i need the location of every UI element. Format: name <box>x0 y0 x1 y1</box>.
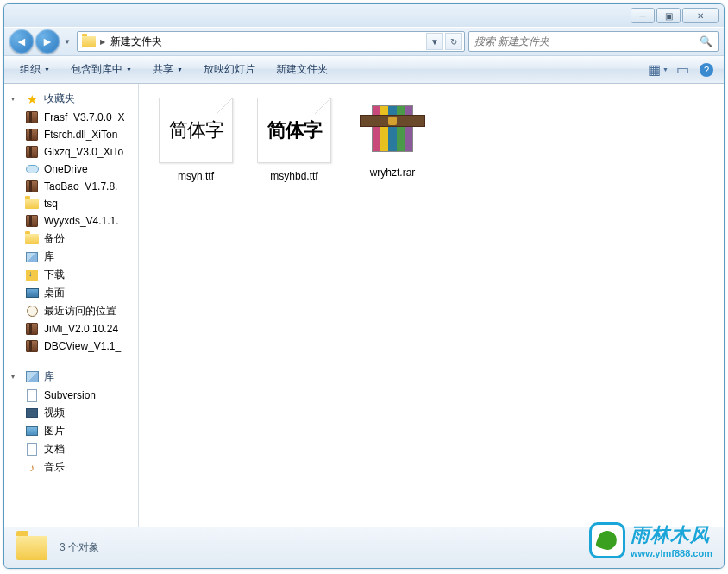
sidebar-item-label: Ftsrch.dll_XiTon <box>44 129 117 141</box>
sidebar-item[interactable]: JiMi_V2.0.10.24 <box>4 320 138 337</box>
sidebar-item[interactable]: TaoBao_V1.7.8. <box>4 178 138 195</box>
sidebar-item[interactable]: 备份 <box>4 230 138 248</box>
minimize-button[interactable]: ─ <box>631 8 655 23</box>
close-button[interactable]: ✕ <box>682 8 719 23</box>
sidebar-item[interactable]: 最近访问的位置 <box>4 302 138 320</box>
download-icon <box>25 268 39 282</box>
libraries-label: 库 <box>44 369 54 384</box>
rar-icon <box>25 339 39 353</box>
share-button[interactable]: 共享▼ <box>144 59 191 80</box>
sidebar-item[interactable]: tsq <box>4 195 138 212</box>
sidebar-item[interactable]: Wyyxds_V4.1.1. <box>4 212 138 230</box>
titlebar: ─ ▣ ✕ <box>4 4 724 27</box>
sidebar-item-label: Glxzq_V3.0_XiTo <box>44 146 123 158</box>
sidebar-item[interactable]: 文档 <box>4 440 138 458</box>
organize-label: 组织 <box>20 62 41 77</box>
explorer-window: ─ ▣ ✕ ◄ ► ▼ ▶ 新建文件夹 ▼ ↻ 🔍 组织▼ 包含到库中▼ 共享▼… <box>3 3 725 569</box>
address-dropdown[interactable]: ▼ <box>426 33 443 50</box>
folder-icon <box>81 34 97 49</box>
status-text: 3 个对象 <box>60 540 99 555</box>
file-item[interactable]: 简体字msyh.ttf <box>149 94 242 186</box>
rar-icon <box>25 145 39 159</box>
organize-button[interactable]: 组织▼ <box>11 59 59 80</box>
sidebar-item[interactable]: ♪音乐 <box>4 458 138 476</box>
img-icon <box>25 425 39 438</box>
toolbar: 组织▼ 包含到库中▼ 共享▼ 放映幻灯片 新建文件夹 ▦▼ ▭ ? <box>4 56 724 84</box>
sidebar-item[interactable]: Subversion <box>4 387 138 404</box>
sidebar-item[interactable]: DBCView_V1.1_ <box>4 337 138 355</box>
desktop-icon <box>25 287 39 300</box>
folder-icon <box>16 536 47 560</box>
favorites-label: 收藏夹 <box>44 91 75 106</box>
file-name: msyhbd.ttf <box>270 170 317 182</box>
svn-icon <box>25 388 39 402</box>
sidebar-item-label: 下载 <box>44 268 65 282</box>
doc-icon <box>25 443 39 457</box>
rar-icon <box>25 128 39 142</box>
search-box[interactable]: 🔍 <box>468 31 719 52</box>
view-mode-button[interactable]: ▦▼ <box>648 60 668 80</box>
history-dropdown[interactable]: ▼ <box>61 34 73 49</box>
sidebar-item-label: 库 <box>44 249 54 264</box>
help-icon: ? <box>700 63 713 77</box>
font-thumbnail: 简体字 <box>159 98 233 163</box>
expand-icon: ▾ <box>11 95 20 103</box>
rar-icon <box>25 322 39 336</box>
preview-pane-button[interactable]: ▭ <box>672 60 693 80</box>
view-icon: ▦ <box>648 61 661 78</box>
help-button[interactable]: ? <box>696 60 717 80</box>
file-item[interactable]: 简体字msyhbd.ttf <box>248 94 341 186</box>
favorites-header[interactable]: ▾ ★ 收藏夹 <box>4 89 138 109</box>
sidebar-item-label: Subversion <box>44 389 96 401</box>
sidebar-item[interactable]: 下载 <box>4 266 138 284</box>
libraries-header[interactable]: ▾ 库 <box>4 367 138 387</box>
sidebar-item-label: 音乐 <box>44 460 65 475</box>
sidebar-item[interactable]: OneDrive <box>4 161 138 178</box>
forward-button[interactable]: ► <box>35 29 60 54</box>
sidebar-item[interactable]: Frasf_V3.7.0.0_X <box>4 109 138 126</box>
sidebar-item-label: Frasf_V3.7.0.0_X <box>44 111 124 123</box>
address-bar[interactable]: ▶ 新建文件夹 ▼ ↻ <box>77 31 465 52</box>
file-name: msyh.ttf <box>178 170 214 182</box>
watermark-title: 雨林木风 <box>631 522 712 548</box>
newfolder-button[interactable]: 新建文件夹 <box>267 59 336 80</box>
breadcrumb-current[interactable]: 新建文件夹 <box>105 35 168 49</box>
sidebar-item[interactable]: 视频 <box>4 404 138 422</box>
search-input[interactable] <box>474 35 700 47</box>
maximize-button[interactable]: ▣ <box>656 8 681 23</box>
recent-icon <box>25 305 39 319</box>
sidebar-item-label: Wyyxds_V4.1.1. <box>44 215 119 227</box>
search-icon: 🔍 <box>700 35 712 47</box>
lib-icon <box>25 250 39 264</box>
chevron-down-icon: ▼ <box>177 66 183 73</box>
include-button[interactable]: 包含到库中▼ <box>62 59 141 80</box>
expand-icon: ▾ <box>11 373 20 381</box>
rar-icon <box>363 98 422 160</box>
slideshow-button[interactable]: 放映幻灯片 <box>195 59 264 80</box>
file-item[interactable]: wryhzt.rar <box>346 94 439 182</box>
chevron-down-icon: ▼ <box>126 66 132 73</box>
navigation-pane: ▾ ★ 收藏夹 Frasf_V3.7.0.0_XFtsrch.dll_XiTon… <box>4 84 139 527</box>
sidebar-item-label: DBCView_V1.1_ <box>44 340 121 352</box>
vid-icon <box>25 407 39 420</box>
sidebar-item[interactable]: 库 <box>4 248 138 266</box>
back-button[interactable]: ◄ <box>9 29 34 54</box>
music-icon: ♪ <box>25 461 39 475</box>
sidebar-item-label: JiMi_V2.0.10.24 <box>44 323 118 335</box>
watermark-logo <box>589 522 625 558</box>
file-view[interactable]: 简体字msyh.ttf简体字msyhbd.ttfwryhzt.rar <box>139 84 724 527</box>
rar-icon <box>25 180 39 193</box>
include-label: 包含到库中 <box>71 62 122 77</box>
sidebar-item[interactable]: Glxzq_V3.0_XiTo <box>4 143 138 161</box>
sidebar-item-label: tsq <box>44 198 58 210</box>
sidebar-item[interactable]: Ftsrch.dll_XiTon <box>4 126 138 143</box>
folder-icon <box>25 197 39 211</box>
font-thumbnail: 简体字 <box>257 98 331 163</box>
refresh-button[interactable]: ↻ <box>445 33 462 50</box>
file-name: wryhzt.rar <box>370 167 416 179</box>
breadcrumb-label: 新建文件夹 <box>110 35 162 47</box>
star-icon: ★ <box>25 92 39 106</box>
sidebar-item-label: OneDrive <box>44 163 88 175</box>
sidebar-item[interactable]: 桌面 <box>4 284 138 302</box>
sidebar-item[interactable]: 图片 <box>4 422 138 440</box>
